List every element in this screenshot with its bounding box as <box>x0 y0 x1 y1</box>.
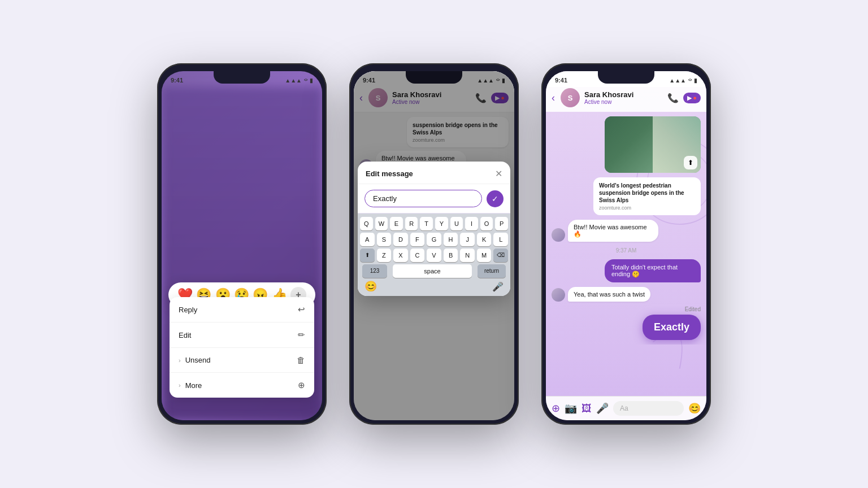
received-msg2-3: Yea, that was such a twist <box>552 287 701 302</box>
contact-name-3: Sara Khosravi <box>584 90 663 99</box>
key-j[interactable]: J <box>460 233 475 246</box>
notch-1 <box>214 71 270 84</box>
microphone-icon[interactable]: 🎤 <box>492 281 504 292</box>
time-1: 9:41 <box>171 77 183 84</box>
keyboard[interactable]: Q W E R T Y U I O P A S D <box>358 213 510 296</box>
key-s[interactable]: S <box>377 233 392 246</box>
key-g[interactable]: G <box>427 233 441 246</box>
received-msg1-3: Btw!! Movie was awesome 🔥 <box>552 220 701 242</box>
sent-msg1-3: Totally didn't expect that ending 🤫 <box>605 259 701 282</box>
link-card-title: World's longest pedestrian suspension br… <box>599 182 695 204</box>
menu-item-reply[interactable]: Reply ↩ <box>170 297 314 323</box>
mic-icon-3[interactable]: 🎤 <box>596 402 609 415</box>
contact-info-3: Sara Khosravi Active now <box>584 90 663 105</box>
menu-unsend-label: Unsend <box>185 356 211 364</box>
key-k[interactable]: K <box>477 233 492 246</box>
contact-avatar-3: S <box>561 88 580 107</box>
menu-edit-label: Edit <box>179 331 191 339</box>
image-icon-3[interactable]: 🖼 <box>581 403 592 415</box>
edit-icon: ✏ <box>298 330 305 340</box>
edit-modal-header: Edit message ✕ <box>358 162 510 184</box>
exactly-bubble: Exactly <box>643 315 701 340</box>
menu-reply-label: Reply <box>179 306 197 314</box>
status-icons-3: ▲▲▲ ⌔ ▮ <box>669 77 697 84</box>
emoji-keyboard-icon[interactable]: 😊 <box>364 280 377 293</box>
keyboard-row-1: Q W E R T Y U I O P <box>360 217 508 230</box>
key-delete[interactable]: ⌫ <box>493 249 508 262</box>
edit-modal-close-button[interactable]: ✕ <box>495 168 502 179</box>
key-d[interactable]: D <box>393 233 408 246</box>
menu-more-label: More <box>185 381 202 390</box>
key-shift[interactable]: ⬆ <box>360 249 375 262</box>
context-menu: Reply ↩ Edit ✏ › Unsend 🗑 › More ⊕ <box>170 297 314 398</box>
key-e[interactable]: E <box>390 217 403 230</box>
friend-avatar-3 <box>552 228 565 242</box>
unsend-icon: 🗑 <box>297 355 305 365</box>
key-a[interactable]: A <box>360 233 375 246</box>
key-x[interactable]: X <box>393 249 408 262</box>
reply-icon: ↩ <box>298 304 305 315</box>
phone-3: 9:41 ▲▲▲ ⌔ ▮ ‹ S Sara Khosravi Active no… <box>541 63 711 425</box>
check-icon: ✓ <box>492 194 498 203</box>
key-v[interactable]: V <box>427 249 441 262</box>
camera-icon-3[interactable]: 📷 <box>565 402 577 415</box>
wifi-icon-1: ⌔ <box>304 77 307 84</box>
key-c[interactable]: C <box>410 249 425 262</box>
phone-1: 9:41 ▲▲▲ ⌔ ▮ XACTLY ❤️ 😆 😮 😢 😠 👍 + Repl <box>157 63 327 425</box>
p3-image: ⬆ <box>605 116 701 173</box>
phone-3-screen: 9:41 ▲▲▲ ⌔ ▮ ‹ S Sara Khosravi Active no… <box>546 71 706 420</box>
header-actions-3: 📞 ▶ ● <box>667 93 701 103</box>
key-u[interactable]: U <box>450 217 463 230</box>
more-chevron-icon: › <box>179 382 181 389</box>
edit-message-input[interactable] <box>364 190 482 207</box>
key-return[interactable]: return <box>478 264 506 278</box>
key-t[interactable]: T <box>420 217 433 230</box>
key-y[interactable]: Y <box>435 217 448 230</box>
key-r[interactable]: R <box>405 217 418 230</box>
video-button-3[interactable]: ▶ ● <box>683 93 701 103</box>
keyboard-row-4: 123 space return <box>360 264 508 278</box>
menu-item-more[interactable]: › More ⊕ <box>170 373 314 398</box>
key-z[interactable]: Z <box>377 249 392 262</box>
edit-confirm-button[interactable]: ✓ <box>487 190 504 207</box>
key-space[interactable]: space <box>393 264 472 278</box>
key-b[interactable]: B <box>444 249 458 262</box>
link-card-url: zoomture.com <box>599 205 695 211</box>
image-left <box>605 116 653 173</box>
status-icons-1: ▲▲▲ ⌔ ▮ <box>285 77 313 84</box>
key-123[interactable]: 123 <box>362 264 387 278</box>
key-w[interactable]: W <box>375 217 388 230</box>
edit-input-row: ✓ <box>358 184 510 213</box>
friend-avatar2-3 <box>552 288 565 302</box>
phone-1-screen: 9:41 ▲▲▲ ⌔ ▮ XACTLY ❤️ 😆 😮 😢 😠 👍 + Repl <box>162 71 322 420</box>
key-m[interactable]: M <box>477 249 492 262</box>
time-3: 9:41 <box>555 77 567 84</box>
menu-item-edit[interactable]: Edit ✏ <box>170 323 314 348</box>
call-button-3[interactable]: 📞 <box>667 93 679 103</box>
key-l[interactable]: L <box>493 233 508 246</box>
key-i[interactable]: I <box>465 217 478 230</box>
message-input-3[interactable]: Aa <box>613 401 684 416</box>
key-p[interactable]: P <box>495 217 508 230</box>
key-n[interactable]: N <box>460 249 475 262</box>
share-button[interactable]: ⬆ <box>684 156 697 169</box>
signal-icon-1: ▲▲▲ <box>285 77 302 84</box>
contact-status-3: Active now <box>584 99 663 105</box>
edit-modal-overlay: Edit message ✕ ✓ Q W E R T <box>354 71 514 420</box>
key-o[interactable]: O <box>480 217 493 230</box>
key-f[interactable]: F <box>410 233 425 246</box>
key-q[interactable]: Q <box>360 217 373 230</box>
p3-messages: ⬆ World's longest pedestrian suspension … <box>546 112 706 345</box>
video-dot-3: ● <box>693 94 697 101</box>
p3-bottom-bar: ⊕ 📷 🖼 🎤 Aa 😊 <box>546 396 706 420</box>
back-button-3[interactable]: ‹ <box>552 92 555 104</box>
key-h[interactable]: H <box>444 233 458 246</box>
emoji-icon-3[interactable]: 😊 <box>688 402 701 415</box>
menu-item-unsend[interactable]: › Unsend 🗑 <box>170 348 314 373</box>
received-text2-3: Yea, that was such a twist <box>568 287 650 302</box>
wifi-3: ⌔ <box>688 77 692 84</box>
add-icon-3[interactable]: ⊕ <box>552 402 560 415</box>
link-card-3: World's longest pedestrian suspension br… <box>593 177 701 215</box>
received-text1-3: Btw!! Movie was awesome 🔥 <box>568 220 658 242</box>
phone-2: 9:41 ▲▲▲ ⌔ ▮ ‹ S Sara Khosravi Active no… <box>349 63 519 425</box>
